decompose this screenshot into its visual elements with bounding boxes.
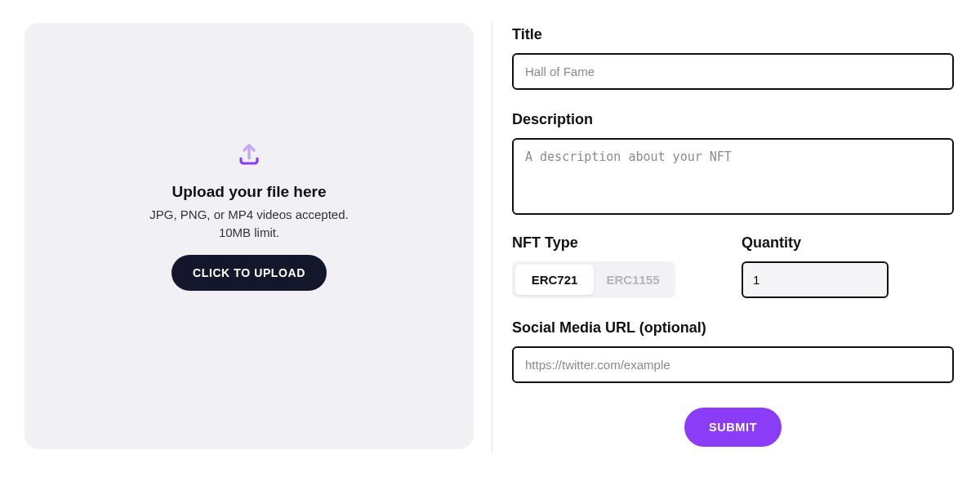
upload-panel: Upload your file here JPG, PNG, or MP4 v… [24, 23, 474, 449]
quantity-label: Quantity [742, 234, 954, 252]
upload-icon [233, 137, 265, 173]
upload-limit-text: 10MB limit. [219, 224, 279, 242]
upload-button[interactable]: CLICK TO UPLOAD [172, 255, 327, 291]
social-label: Social Media URL (optional) [512, 319, 954, 337]
vertical-divider [492, 23, 492, 453]
description-label: Description [512, 111, 954, 128]
nft-type-erc721[interactable]: ERC721 [515, 265, 594, 295]
upload-accepted-text: JPG, PNG, or MP4 videos accepted. [149, 206, 348, 224]
form-panel: Title Description NFT Type ERC721 ERC115… [512, 23, 956, 486]
social-url-input[interactable] [512, 346, 954, 383]
nft-type-erc1155[interactable]: ERC1155 [594, 265, 672, 295]
quantity-input[interactable] [742, 261, 889, 298]
description-textarea[interactable] [512, 138, 954, 215]
nft-type-label: NFT Type [512, 234, 717, 252]
title-label: Title [512, 26, 954, 43]
nft-type-segmented: ERC721 ERC1155 [512, 261, 675, 298]
title-input[interactable] [512, 53, 954, 90]
submit-button[interactable]: SUBMIT [684, 408, 782, 447]
upload-title: Upload your file here [172, 183, 327, 201]
